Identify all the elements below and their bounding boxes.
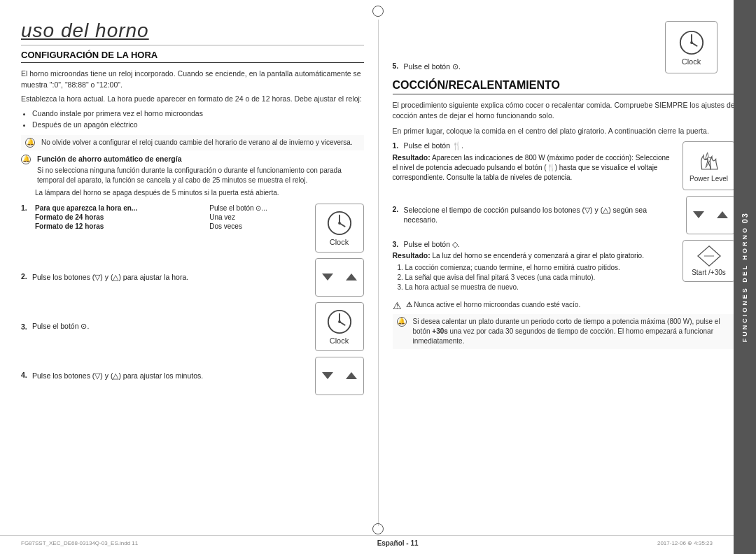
footer-left: FG87SST_XEC_DE68-03134Q-03_ES.indd 11 [21,540,138,546]
clock-icon-top-right [678,29,705,56]
clock-label-step1: Clock [330,238,349,246]
step2-text: Pulse los botones (▽) y (△) para ajustar… [32,272,309,283]
top-circle-decoration [372,6,384,17]
step2-number: 2. [21,272,29,280]
arrow-buttons-step4[interactable] [315,357,364,395]
top-right-clock-button[interactable]: Clock [665,21,718,73]
svg-point-11 [338,320,341,323]
power-level-label: Power Level [690,175,728,183]
step1-text-side: 1. Para que aparezca la hora en... Pulse… [21,204,309,253]
top-right-clock-label: Clock [682,57,701,66]
step3-sub-list: La cocción comienza; cuando termine, el … [405,263,678,292]
info-icon-1: 🔔 [25,138,35,148]
subheading-text: Función de ahorro automático de energía [37,155,364,163]
info-icon-2: 🔔 [397,317,407,327]
warning-text: ⚠ Nunca active el horno microondas cuand… [406,300,581,310]
right-step1-group: 1. Pulse el botón 🍴. Resultado: Aparecen… [393,141,736,190]
step1-number: 1. [21,204,29,234]
clock-label-step3: Clock [330,336,349,345]
subheading-box: 🔔 Función de ahorro automático de energí… [21,155,364,185]
note-box-2: 🔔 Si desea calentar un plato durante un … [393,314,736,349]
left-column: uso del horno CONFIGURACIÓN DE LA HORA E… [21,20,379,526]
step1-col1-header: Para que aparezca la hora en... [32,204,206,213]
warning-text-never: ⚠ [406,301,412,308]
arrow-down-icon-step2[interactable] [322,274,333,280]
arrow-buttons-step2[interactable] [315,258,364,297]
sidebar-label: FUNCIONES DEL HORNO [741,226,748,342]
warning-icon: ⚠ [393,300,402,311]
bullet-item-1: Cuando instale por primera vez el horno … [32,108,364,120]
step1-row2-col2: Dos veces [206,222,309,231]
subtext1: Si no selecciona ninguna función durante… [37,166,364,185]
step5-number: 5. [393,62,401,70]
clock-button-step1[interactable]: Clock [315,204,364,253]
step4-group: 4. Pulse los botones (▽) y (△) para ajus… [21,357,364,395]
right-step2-group: 2. Seleccione el tiempo de cocción pulsa… [393,196,736,234]
warning-note: ⚠ ⚠ Nunca active el horno microondas cua… [393,300,736,311]
sidebar-number: 03 [741,212,749,223]
arrow-buttons-right-step2[interactable] [686,196,735,234]
step4-number: 4. [21,371,29,379]
clock-button-step3[interactable]: Clock [315,302,364,351]
step3-text: Pulse el botón ⊙. [32,321,309,332]
clock-icon-step3 [326,308,353,335]
start-label: Start /+30s [692,269,726,276]
svg-point-7 [338,222,341,225]
footer-right: 2017-12-06 ⊕ 4:35:23 [657,540,713,546]
step3-sub-item-1: La cocción comienza; cuando termine, el … [405,263,678,273]
step1-button-side: Clock [315,204,364,253]
bullet-item-2: Después de un apagón eléctrico [32,120,364,131]
step3-number: 3. [21,322,29,331]
right-sidebar: 03 FUNCIONES DEL HORNO [734,0,756,554]
step1-row1-col1: Formato de 24 horas [32,213,206,222]
power-level-button[interactable]: Power Level [682,141,735,190]
note-text-2: Si desea calentar un plato durante un pe… [413,317,732,346]
right-step3-result-text: La luz del horno se encenderá y comenzar… [433,252,644,260]
left-intro-text1: El horno microondas tiene un reloj incor… [21,69,364,104]
right-section-heading: COCCIÓN/RECALENTAMIENTO [393,79,736,94]
page-container: 03 FUNCIONES DEL HORNO Clock uso del hor… [0,0,756,554]
step1-col2-header: Pulse el botón ⊙... [206,204,309,213]
step3-sub-item-3: La hora actual se muestra de nuevo. [405,283,678,292]
right-intro1: El procedimiento siguiente explica cómo … [393,100,736,122]
main-content: uso del horno CONFIGURACIÓN DE LA HORA E… [0,0,756,554]
right-step3-group: 3. Pulse el botón ◇. Resultado: La luz d… [393,240,736,294]
arrow-up-icon-step4[interactable] [346,372,357,379]
footer-center: Español - 11 [377,539,419,547]
svg-point-3 [690,41,693,44]
sidebar-text-container: 03 FUNCIONES DEL HORNO [741,212,749,343]
bullet-list: Cuando instale por primera vez el horno … [32,108,364,131]
right-step1-result-label: Resultado: [393,153,430,162]
right-intro2: En primer lugar, coloque la comida en el… [393,126,736,137]
step1-row2-col1: Formato de 12 horas [32,222,206,231]
clock-icon-step1 [326,210,353,236]
arrow-down-icon-step4[interactable] [322,372,333,379]
step2-group: 2. Pulse los botones (▽) y (△) para ajus… [21,258,364,297]
right-step2-text: Seleccione el tiempo de cocción pulsando… [404,205,681,225]
arrow-up-icon-step2[interactable] [346,274,357,280]
subtext2: La lámpara del horno se apaga después de… [35,188,364,198]
right-step1-text: Pulse el botón 🍴. [404,141,463,150]
note-text-1: No olvide volver a configurar el reloj c… [41,138,353,148]
bottom-circle-decoration [372,523,384,534]
right-step3-result-label: Resultado: [393,251,430,260]
footer: FG87SST_XEC_DE68-03134Q-03_ES.indd 11 Es… [0,535,734,547]
step1-row1-col2: Una vez [206,213,309,222]
right-step1-result-text: Aparecen las indicaciones de 800 W (máxi… [393,154,670,181]
arrow-up-icon-right-step2[interactable] [717,211,728,218]
arrow-down-icon-right-step2[interactable] [693,211,704,218]
right-step1-number: 1. [393,141,401,150]
step4-text: Pulse los botones (▽) y (△) para ajustar… [32,371,309,381]
step3-group: 3. Pulse el botón ⊙. Clock [21,302,364,351]
step1-table: Para que aparezca la hora en... Pulse el… [32,204,309,231]
info-icon-sub: 🔔 [21,155,31,164]
start-button[interactable]: Start /+30s [682,240,735,282]
step1-group: 1. Para que aparezca la hora en... Pulse… [21,204,364,253]
right-column: 5. Pulse el botón ⊙. COCCIÓN/RECALENTAMI… [379,20,743,526]
page-title: uso del horno [21,20,364,45]
note-box-1: 🔔 No olvide volver a configurar el reloj… [21,135,364,150]
right-step3-text: Pulse el botón ◇. [404,240,460,248]
page-title-text: uso del horno [21,20,149,41]
right-step3-number: 3. [393,240,401,248]
start-icon [696,245,722,267]
